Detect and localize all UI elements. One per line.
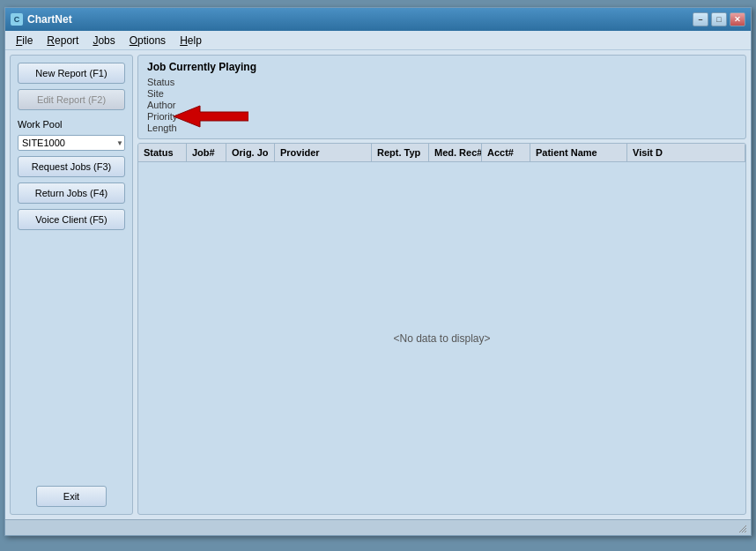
svg-line-3 xyxy=(745,531,746,532)
menu-file[interactable]: File xyxy=(9,33,40,48)
status-bar xyxy=(5,519,751,535)
edit-report-button[interactable]: Edit Report (F2) xyxy=(18,89,125,110)
menu-help[interactable]: Help xyxy=(173,33,209,48)
title-bar: C ChartNet – □ ✕ xyxy=(5,8,751,31)
request-jobs-button[interactable]: Request Jobs (F3) xyxy=(18,156,125,177)
red-arrow-svg xyxy=(174,104,248,129)
col-header-medrec: Med. Rec# xyxy=(429,144,482,161)
col-header-visit: Visit D xyxy=(627,144,745,161)
field-site: Site xyxy=(147,88,737,99)
menu-jobs[interactable]: Jobs xyxy=(85,33,122,48)
window-title: ChartNet xyxy=(27,13,693,26)
col-header-origjo: Orig. Jo xyxy=(226,144,275,161)
col-header-provider: Provider xyxy=(275,144,372,161)
job-playing-panel: Job Currently Playing Status Site Author… xyxy=(137,55,746,139)
close-button[interactable]: ✕ xyxy=(730,12,745,26)
voice-client-button[interactable]: Voice Client (F5) xyxy=(18,209,125,230)
work-pool-select[interactable]: SITE1000 SITE2000 SITE3000 xyxy=(18,135,125,151)
right-panel: Job Currently Playing Status Site Author… xyxy=(137,55,746,515)
table-empty-message: <No data to display> xyxy=(138,162,745,514)
col-header-patient: Patient Name xyxy=(530,144,627,161)
menu-options[interactable]: Options xyxy=(122,33,173,48)
new-report-button[interactable]: New Report (F1) xyxy=(18,63,125,84)
app-icon: C xyxy=(11,13,23,26)
minimize-button[interactable]: – xyxy=(693,12,708,26)
data-table-panel: Status Job# Orig. Jo Provider Rept. Typ … xyxy=(137,143,746,515)
window-controls: – □ ✕ xyxy=(693,12,745,26)
main-content: New Report (F1) Edit Report (F2) Work Po… xyxy=(5,50,751,519)
left-panel: New Report (F1) Edit Report (F2) Work Po… xyxy=(10,55,133,515)
col-header-job: Job# xyxy=(187,144,226,161)
job-playing-title: Job Currently Playing xyxy=(147,61,737,73)
col-header-acct: Acct# xyxy=(482,144,530,161)
return-jobs-button[interactable]: Return Jobs (F4) xyxy=(18,182,125,204)
svg-marker-0 xyxy=(174,106,248,127)
red-arrow-indicator xyxy=(174,104,248,131)
resize-icon xyxy=(737,523,747,533)
field-status: Status xyxy=(147,77,737,87)
exit-button[interactable]: Exit xyxy=(36,486,107,507)
table-header: Status Job# Orig. Jo Provider Rept. Typ … xyxy=(138,144,745,162)
col-header-repttyp: Rept. Typ xyxy=(372,144,429,161)
menu-bar: File Report Jobs Options Help xyxy=(5,31,751,50)
main-window: C ChartNet – □ ✕ File Report Jobs Option… xyxy=(4,7,752,536)
col-header-status: Status xyxy=(138,144,187,161)
menu-report[interactable]: Report xyxy=(40,33,85,48)
work-pool-label: Work Pool xyxy=(18,119,125,130)
resize-handle[interactable] xyxy=(737,523,747,533)
maximize-button[interactable]: □ xyxy=(711,12,727,26)
spacer xyxy=(18,235,125,480)
work-pool-selector[interactable]: SITE1000 SITE2000 SITE3000 ▼ xyxy=(18,135,125,151)
